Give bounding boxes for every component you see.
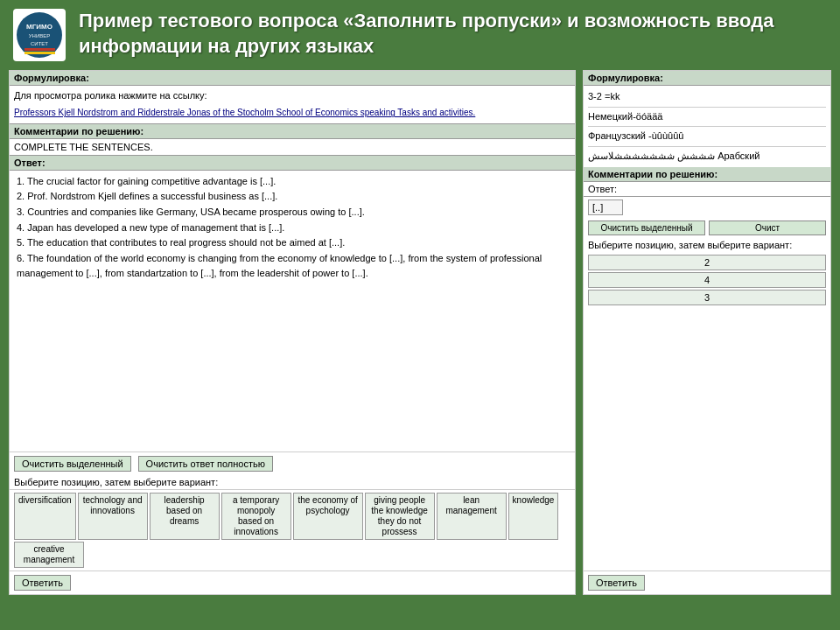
variant-cell[interactable]: giving people the knowledge they do not … <box>365 493 435 540</box>
formulation-link[interactable]: Professors Kjell Nordstrom and Ridderstr… <box>14 108 475 117</box>
right-arabic: شششش شششششششلاسش <box>588 150 715 161</box>
variant-cell[interactable]: knowledge <box>508 493 559 540</box>
right-variant-item[interactable]: 2 <box>588 255 826 270</box>
main-content: Формулировка: Для просмотра ролика нажми… <box>0 70 840 604</box>
btn-clear-all[interactable]: Очистить ответ полностью <box>138 456 273 472</box>
choose-label: Выберите позицию, затем выберите вариант… <box>10 475 575 489</box>
question-item: 5. The education that contributes to rea… <box>17 235 568 251</box>
variant-cell[interactable]: leadership based on dreams <box>150 493 220 540</box>
comment-text: COMPLETE THE SENTENCES. <box>10 139 575 155</box>
question-item: 6. The foundation of the world economy i… <box>17 251 568 282</box>
right-divider1 <box>588 107 826 108</box>
right-btn-row: Очистить выделенный Очист <box>584 218 830 238</box>
right-divider3 <box>588 146 826 147</box>
svg-text:МГИМО: МГИМО <box>26 23 52 31</box>
right-line2: Немецкий-öóäää <box>588 109 826 125</box>
variant-cell[interactable]: a temporary monopoly based on innovation… <box>221 493 291 540</box>
btn-row: Очистить выделенный Очистить ответ полно… <box>10 452 575 475</box>
btn-clear-selected[interactable]: Очистить выделенный <box>14 456 131 472</box>
right-arabic-label: Арабский <box>718 150 760 161</box>
question-item: 3. Countries and companies like Germany,… <box>17 205 568 220</box>
svg-rect-4 <box>24 48 55 51</box>
left-formulation-area: Для просмотра ролика нажмите на ссылку: … <box>10 86 575 123</box>
page-title: Пример тестового вопроса «Заполнить проп… <box>79 9 827 59</box>
right-comment-label: Комментарии по решению: <box>584 167 830 182</box>
variant-cell[interactable]: lean management <box>437 493 507 540</box>
answer-btn[interactable]: Ответить <box>14 575 71 591</box>
variant-cell[interactable]: diversification <box>14 493 76 540</box>
logo: МГИМО УНИВЕР СИТЕТ <box>13 9 66 61</box>
right-choose-label: Выберите позицию, затем выберите вариант… <box>584 238 830 252</box>
question-item: 4. Japan has developed a new type of man… <box>17 220 568 236</box>
right-formulation: 3-2 =kk Немецкий-öóäää Французский -ùûùû… <box>584 86 830 167</box>
right-line3: Французский -ùûùûûû <box>588 129 826 144</box>
right-answer-btn[interactable]: Ответить <box>588 575 645 591</box>
svg-rect-5 <box>24 52 55 54</box>
left-panel: Формулировка: Для просмотра ролика нажми… <box>9 70 576 595</box>
right-btn-clear-selected[interactable]: Очистить выделенный <box>588 220 705 235</box>
right-line4: شششش شششششششلاسش Арабский <box>588 149 826 164</box>
right-answer-btn-row: Ответить <box>584 570 830 594</box>
comment-label: Комментарии по решению: <box>10 124 575 139</box>
variant-cell[interactable]: creative management <box>14 542 84 568</box>
right-formulation-label: Формулировка: <box>584 71 830 86</box>
right-answer-value: [..] <box>588 200 623 215</box>
variant-cell[interactable]: technology and innovations <box>78 493 148 540</box>
answer-btn-row: Ответить <box>10 570 575 594</box>
question-item: 2. Prof. Nordstrom Kjell defines a succe… <box>17 189 568 205</box>
right-answer-label: Ответ: <box>584 182 830 197</box>
variants-row: diversificationtechnology and innovation… <box>10 489 575 570</box>
svg-text:СИТЕТ: СИТЕТ <box>31 41 48 46</box>
answer-label: Ответ: <box>10 155 575 171</box>
right-line1: 3-2 =kk <box>588 89 826 105</box>
svg-text:УНИВЕР: УНИВЕР <box>28 33 49 38</box>
right-btn-clear[interactable]: Очист <box>709 220 826 235</box>
variant-cell[interactable]: the economy of psychology <box>293 493 363 540</box>
right-divider2 <box>588 126 826 127</box>
header: МГИМО УНИВЕР СИТЕТ Пример тестового вопр… <box>0 0 840 70</box>
right-variants-list: 243 <box>584 252 830 570</box>
left-formulation-label: Формулировка: <box>10 71 575 86</box>
right-variant-item[interactable]: 4 <box>588 272 826 288</box>
right-variant-item[interactable]: 3 <box>588 290 826 305</box>
question-item: 1. The crucial factor for gaining compet… <box>17 174 568 190</box>
questions-area: 1. The crucial factor for gaining compet… <box>10 171 575 452</box>
right-panel: Формулировка: 3-2 =kk Немецкий-öóäää Фра… <box>583 70 831 595</box>
formulation-line1: Для просмотра ролика нажмите на ссылку: <box>14 89 570 102</box>
